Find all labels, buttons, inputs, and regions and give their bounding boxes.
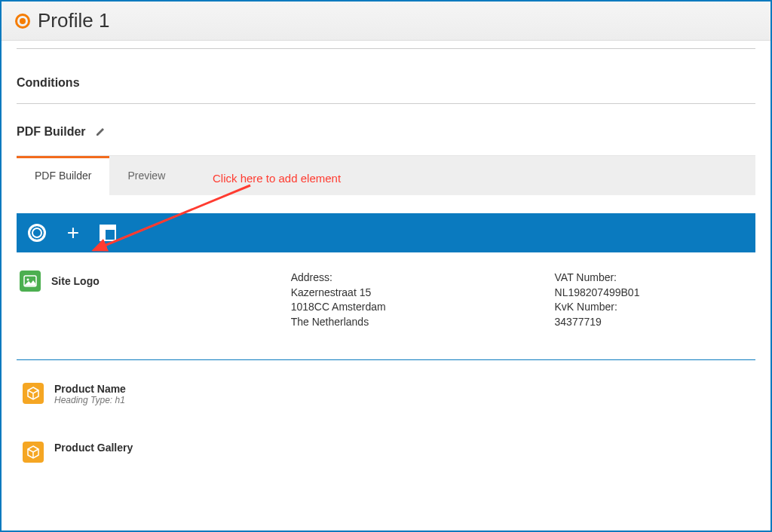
tab-preview[interactable]: Preview: [109, 156, 183, 195]
svg-point-4: [27, 279, 29, 281]
package-icon: [23, 383, 44, 404]
builder-row-1[interactable]: Site Logo Address: Kazernestraat 15 1018…: [17, 266, 755, 352]
product-name-label: Product Name: [54, 383, 126, 395]
kvk-label: KvK Number:: [555, 300, 752, 315]
add-element-button[interactable]: +: [63, 223, 83, 243]
svg-rect-2: [100, 225, 106, 240]
product-gallery-label: Product Gallery: [54, 442, 133, 454]
image-icon: [20, 271, 41, 292]
row1-col-address[interactable]: Address: Kazernestraat 15 1018CC Amsterd…: [291, 271, 555, 329]
package-icon: [23, 442, 44, 463]
page-title: Profile 1: [38, 9, 109, 32]
row1-col-vat[interactable]: VAT Number: NL198207499B01 KvK Number: 3…: [555, 271, 752, 329]
divider-top: [17, 48, 755, 49]
product-name-subtitle: Heading Type: h1: [54, 395, 126, 405]
plus-icon: +: [67, 222, 79, 243]
site-logo-label: Site Logo: [51, 275, 100, 287]
vat-value: NL198207499B01: [555, 286, 752, 301]
row1-col-logo: Site Logo: [20, 271, 291, 329]
element-product-gallery[interactable]: Product Gallery: [20, 439, 136, 466]
edit-icon[interactable]: [95, 127, 106, 137]
content-area: Conditions PDF Builder PDF Builder Previ…: [2, 41, 770, 481]
vat-label: VAT Number:: [555, 271, 752, 286]
builder-row-3[interactable]: Product Gallery: [17, 427, 755, 466]
tab-bar: PDF Builder Preview: [17, 155, 755, 195]
builder-canvas: Site Logo Address: Kazernestraat 15 1018…: [17, 252, 755, 466]
layout-button[interactable]: [100, 225, 116, 241]
address-line2: 1018CC Amsterdam: [291, 300, 555, 315]
address-line3: The Netherlands: [291, 315, 555, 330]
section-pdfbuilder-heading-row: PDF Builder: [17, 118, 755, 155]
page-header: Profile 1: [2, 2, 770, 41]
section-conditions-heading[interactable]: Conditions: [17, 63, 755, 103]
address-line1: Kazernestraat 15: [291, 286, 555, 301]
element-product-name[interactable]: Product Name Heading Type: h1: [20, 380, 129, 408]
kvk-value: 34377719: [555, 315, 752, 330]
builder-toolbar: +: [17, 213, 755, 252]
builder-row-2[interactable]: Product Name Heading Type: h1: [17, 375, 755, 427]
divider-conditions: [17, 103, 755, 104]
row-divider-1: [17, 359, 755, 360]
address-label: Address:: [291, 271, 555, 286]
element-site-logo[interactable]: Site Logo: [20, 271, 100, 292]
pdfbuilder-heading: PDF Builder: [17, 125, 86, 139]
toolbar-circle-icon[interactable]: [27, 223, 47, 243]
tab-pdf-builder[interactable]: PDF Builder: [17, 156, 109, 195]
app-logo-icon: [15, 14, 30, 29]
